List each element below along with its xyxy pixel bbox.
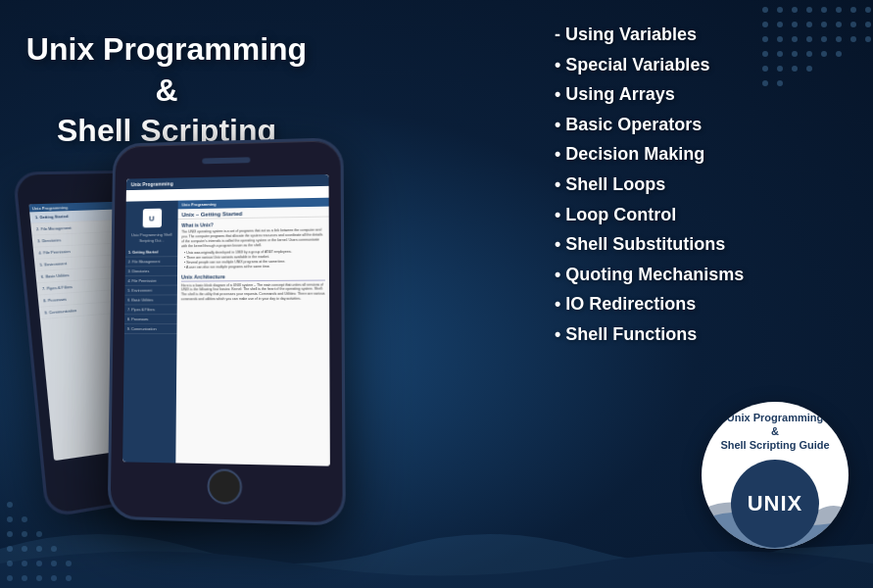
feature-item-9: • Quoting Mechanisms [555, 260, 858, 290]
screen-body-content: What is Unix? The UNIX operating system … [177, 218, 329, 308]
svg-point-15 [865, 22, 871, 27]
sidebar-item-9[interactable]: 9. Communication [124, 324, 177, 334]
title-ampersand: & [155, 73, 177, 108]
sidebar-item-6[interactable]: 6. Basic Utilities [124, 296, 177, 306]
app-icon-line1: Unix Programming [727, 412, 823, 423]
screen-header-title: Unix Programming [131, 180, 173, 187]
bullet4: • A user can also run multiple programs … [181, 265, 325, 271]
sidebar-logo: U [142, 209, 162, 228]
feature-item-5: • Decision Making [555, 139, 858, 170]
svg-point-2 [792, 7, 798, 13]
sidebar-item-8[interactable]: 8. Processes [124, 315, 177, 324]
unix-badge-text: UNIX [748, 491, 803, 516]
sidebar-item-3[interactable]: 3. Directories [125, 267, 177, 276]
screen-main-header-text: Unix Programming [182, 202, 217, 208]
svg-point-5 [836, 7, 842, 13]
svg-point-1 [777, 7, 783, 13]
section1-body: The UNIX operating system is a set of pr… [181, 228, 325, 249]
feature-list-section: - Using Variables • Special Variables • … [555, 20, 858, 350]
title-line1: Unix Programming [26, 31, 307, 67]
svg-point-55 [7, 502, 13, 508]
sidebar-item-4[interactable]: 4. File Permission [125, 276, 177, 286]
sidebar-item-1[interactable]: 1. Getting Started [125, 248, 177, 258]
feature-list: - Using Variables • Special Variables • … [555, 20, 858, 350]
section2-body: Here is a basic block diagram of a UNIX … [181, 282, 325, 302]
feature-item-11: • Shell Functions [555, 319, 858, 350]
screen-main-content: Unix Programming Unix – Getting Started … [175, 198, 330, 466]
screen-content: Unix Programming U Unix Programming Shel… [122, 174, 330, 466]
phone-screen-main: Unix Programming U Unix Programming Shel… [122, 174, 330, 466]
app-icon-title: Unix Programming & Shell Scripting Guide [710, 411, 839, 453]
phone-speaker [202, 157, 250, 164]
sidebar-item-2[interactable]: 2. File Management [125, 257, 177, 267]
svg-point-3 [806, 7, 812, 13]
sidebar-item-5[interactable]: 5. Environment [124, 286, 177, 296]
feature-item-6: • Shell Loops [555, 170, 858, 200]
p2-header-text: Unix Programming [32, 205, 69, 211]
app-icon-ampersand: & [771, 425, 779, 437]
phone-area: Unix Programming 1. Getting Started 2. F… [29, 137, 470, 549]
sidebar-app-name: Unix Programming Shell Scripting Gui... [125, 232, 177, 244]
phone-home-btn-main [208, 468, 243, 505]
svg-point-4 [821, 7, 827, 13]
app-icon-text: Unix Programming & Shell Scripting Guide [703, 403, 847, 456]
app-icon-line2: Shell Scripting Guide [720, 439, 829, 451]
sidebar-menu: 1. Getting Started 2. File Management 3.… [124, 248, 177, 335]
screen-body: U Unix Programming Shell Scripting Gui..… [122, 186, 330, 466]
section2-title: Unix Architecture [181, 272, 325, 281]
svg-point-7 [865, 7, 871, 13]
feature-item-2: • Special Variables [555, 50, 858, 80]
phone-mockup-main: Unix Programming U Unix Programming Shel… [108, 137, 346, 525]
sidebar-logo-letter: U [149, 214, 155, 222]
unix-badge: UNIX [731, 460, 819, 548]
svg-point-0 [762, 7, 768, 13]
svg-point-23 [865, 36, 871, 42]
feature-item-10: • IO Redirections [555, 289, 858, 319]
screen-sidebar: U Unix Programming Shell Scripting Gui..… [122, 201, 178, 464]
section1-title: What is Unix? [181, 220, 324, 228]
svg-point-6 [850, 7, 856, 13]
feature-item-7: • Loop Control [555, 200, 858, 230]
feature-item-3: • Using Arrays [555, 79, 858, 110]
sidebar-item-7[interactable]: 7. Pipes & Filters [124, 305, 177, 315]
feature-item-4: • Basic Operators [555, 110, 858, 140]
app-icon-circle: Unix Programming & Shell Scripting Guide… [702, 402, 849, 549]
app-icon: Unix Programming & Shell Scripting Guide… [702, 402, 849, 549]
feature-item-1: - Using Variables [555, 20, 858, 50]
feature-item-8: • Shell Substitutions [555, 229, 858, 260]
